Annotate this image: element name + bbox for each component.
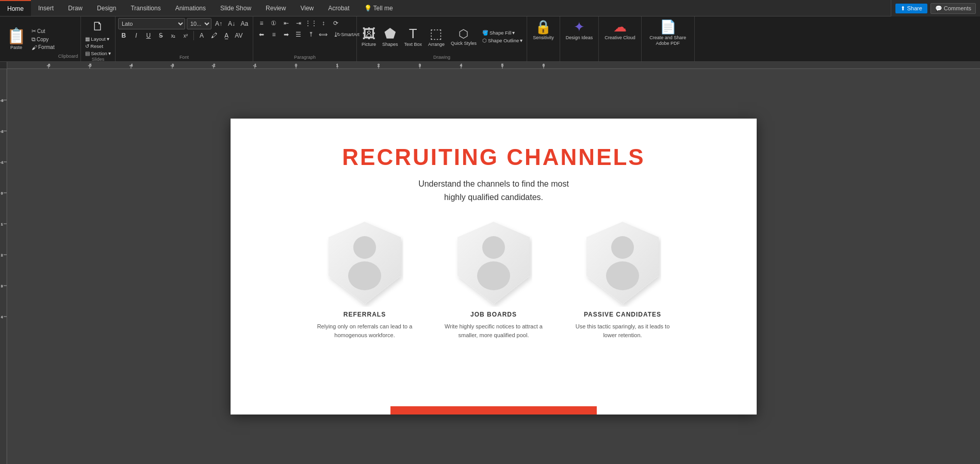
svg-text:1: 1 [1,223,3,226]
columns-button[interactable]: ⋮⋮ [305,18,317,28]
ribbon-tabs: Home Insert Draw Design Transitions Anim… [0,0,980,16]
creative-cloud-button[interactable]: ☁ Creative Cloud [601,18,639,60]
quick-styles-button[interactable]: ⬡ Quick Styles [449,26,479,47]
slide-title[interactable]: RECRUITING CHANNELS [231,119,757,170]
paste-button[interactable]: 📋 Paste [3,18,30,60]
text-box-button[interactable]: T Text Box [402,25,424,48]
tab-insert[interactable]: Insert [31,0,61,16]
referrals-icon [326,219,403,307]
font-size-select[interactable]: 10... [187,18,211,29]
cut-button[interactable]: ✂ Cut [30,27,56,35]
text-shadow-button[interactable]: A̲ [221,30,232,41]
referrals-desc: Relying only on referrals can lead to a … [313,322,416,339]
share-icon: ⬆ [901,5,905,12]
format-paint-button[interactable]: 🖌 Format [30,44,56,51]
shape-outline-button[interactable]: ⬡ Shape Outline ▾ [481,37,524,44]
bottom-bar [390,406,597,415]
bullets-button[interactable]: ≡ [256,18,267,28]
section-button[interactable]: ▤ Section ▾ [84,50,112,57]
passive-candidates-card[interactable]: PASSIVE CANDIDATES Use this tactic spari… [571,219,674,339]
section-dropdown-icon: ▾ [108,51,111,56]
reset-button[interactable]: ↺ Reset [84,43,112,49]
tab-design[interactable]: Design [90,0,123,16]
tab-draw[interactable]: Draw [61,0,90,16]
font-family-select[interactable]: Lato [118,18,185,29]
svg-text:5: 5 [501,63,503,67]
decrease-font-button[interactable]: A↓ [226,19,237,29]
clear-format-button[interactable]: Aa [239,19,250,29]
adobe-pdf-group: 📄 Create and Share Adobe PDF [642,16,695,61]
tab-tell-me[interactable]: 💡 Tell me [357,0,400,16]
svg-text:-2: -2 [1,130,4,133]
underline-button[interactable]: U [143,30,154,41]
share-button[interactable]: ⬆ Share [895,4,927,13]
shapes-button[interactable]: ⬟ Shapes [380,25,400,48]
new-slide-icon: 🗋 [92,19,104,34]
slide[interactable]: RECRUITING CHANNELS Understand the chann… [231,119,757,415]
tab-review[interactable]: Review [258,0,293,16]
align-right-button[interactable]: ➡ [281,29,292,40]
tab-home[interactable]: Home [0,0,31,16]
paragraph-group: ≡ ① ⇤ ⇥ ⋮⋮ ↕ ⟳ ⬅ ≡ ➡ ☰ ⤒ ⟺ ⤓ ↻SmartArt P… [253,16,357,61]
tab-slideshow[interactable]: Slide Show [213,0,258,16]
line-spacing-button[interactable]: ↕ [318,18,329,28]
decrease-indent-button[interactable]: ⇤ [281,18,292,28]
tab-animations[interactable]: Animations [168,0,213,16]
superscript-button[interactable]: x² [180,30,191,41]
italic-button[interactable]: I [130,30,142,41]
copy-button[interactable]: ⧉ Copy [30,36,56,43]
char-spacing-button[interactable]: AV [233,30,244,41]
bold-button[interactable]: B [118,30,129,41]
svg-point-46 [482,236,505,259]
subscript-button[interactable]: x₂ [168,30,179,41]
slide-subtitle[interactable]: Understand the channels to find the most… [231,177,757,204]
ruler-row: -6 -5 -4 -3 -2 -1 0 1 2 3 4 5 6 [0,62,980,69]
tab-transitions[interactable]: Transitions [123,0,168,16]
svg-text:-3: -3 [1,99,4,102]
referrals-card[interactable]: REFERRALS Relying only on referrals can … [313,219,416,339]
job-boards-card[interactable]: JOB BOARDS Write highly specific notices… [442,219,545,339]
align-top-button[interactable]: ⤒ [305,29,317,40]
adobe-pdf-icon: 📄 [660,19,676,35]
reset-icon: ↺ [85,43,89,49]
design-ideas-button[interactable]: ✦ Design Ideas [563,18,596,60]
comments-button[interactable]: 💬 Comments [930,3,976,14]
layout-button[interactable]: ▦ Layout ▾ [84,36,112,42]
justify-button[interactable]: ☰ [293,29,304,40]
quick-styles-icon: ⬡ [459,27,468,41]
svg-text:4: 4 [460,63,462,67]
increase-indent-button[interactable]: ⇥ [293,18,304,28]
ruler-corner [0,62,7,69]
layout-icon: ▦ [85,36,90,42]
svg-point-45 [348,261,381,290]
highlight-button[interactable]: 🖍 [208,30,220,41]
svg-text:-4: -4 [129,63,133,67]
tab-acrobat[interactable]: Acrobat [321,0,356,16]
increase-font-button[interactable]: A↑ [213,19,224,29]
svg-text:2: 2 [1,254,3,257]
svg-text:1: 1 [336,63,338,67]
new-slide-button[interactable]: 🗋 [90,18,106,35]
align-center-button[interactable]: ≡ [268,29,280,40]
job-boards-icon [455,219,532,307]
copy-icon: ⧉ [31,36,36,43]
align-left-button[interactable]: ⬅ [256,29,267,40]
slides-group: 🗋 ▦ Layout ▾ ↺ Reset ▤ [81,16,116,61]
text-direction-button[interactable]: ⟳ [330,18,341,28]
creative-cloud-group: ☁ Creative Cloud [599,16,642,61]
sensitivity-group: 🔒 Sensitivity [527,16,560,61]
shape-fill-button[interactable]: 🪣 Shape Fill ▾ [481,29,524,36]
arrange-button[interactable]: ⬚ Arrange [426,25,447,48]
tab-view[interactable]: View [293,0,321,16]
font-color-button[interactable]: A [196,30,207,41]
align-middle-button[interactable]: ⟺ [318,29,329,40]
adobe-pdf-button[interactable]: 📄 Create and Share Adobe PDF [644,18,692,60]
convert-smartart-button[interactable]: ↻SmartArt [342,29,354,40]
sensitivity-button[interactable]: 🔒 Sensitivity [530,18,557,60]
main-canvas-area: -3 -2 -1 0 1 2 3 4 RECRUITING CHANNELS [0,69,980,464]
picture-icon: 🖼 [362,26,375,42]
picture-button[interactable]: 🖼 Picture [360,25,378,48]
strikethrough-button[interactable]: S̶ [155,30,167,41]
numbered-list-button[interactable]: ① [268,18,280,28]
passive-candidates-icon [584,219,661,307]
